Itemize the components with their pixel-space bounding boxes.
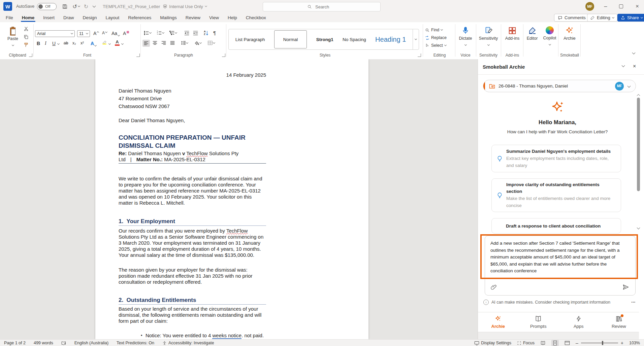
align-right-button[interactable] — [161, 41, 166, 45]
tab-home[interactable]: Home — [18, 13, 39, 22]
editing-mode-button[interactable]: Editing — [587, 14, 617, 22]
suggestion-card-summarize[interactable]: Summarize Daniel Nguyen's employment det… — [491, 145, 621, 172]
superscript-button[interactable]: x² — [80, 41, 84, 45]
paste-button[interactable]: Paste — [5, 26, 20, 47]
highlight-button[interactable] — [102, 40, 107, 44]
grow-font-button[interactable]: A — [93, 31, 99, 36]
bold-button[interactable]: B — [37, 41, 40, 46]
editor-button[interactable]: Editor — [524, 26, 540, 41]
style-normal-selected[interactable]: Normal — [274, 30, 307, 48]
comments-button[interactable]: Comments — [554, 14, 589, 22]
accessibility-status[interactable]: Accessibility: Investigate — [162, 341, 214, 345]
sensitivity-chevron-icon[interactable] — [205, 5, 207, 7]
matter-selector[interactable]: M 26-0848 - Thomas Nguyen, Daniel MF — [483, 80, 636, 92]
read-mode-button[interactable] — [540, 341, 546, 345]
nav-apps[interactable]: Apps — [558, 312, 599, 332]
minimize-button[interactable]: – — [599, 0, 612, 13]
tab-draw[interactable]: Draw — [59, 13, 78, 22]
document-area[interactable]: 14 February 2025 Daniel Thomas Nguyen47 … — [0, 59, 477, 339]
nav-prompts[interactable]: Prompts — [518, 312, 559, 332]
tab-view[interactable]: View — [205, 13, 223, 22]
collapse-ribbon-chevron-icon[interactable] — [632, 51, 636, 55]
italic-button[interactable]: I — [45, 41, 46, 46]
tab-checkbox[interactable]: Checkbox — [242, 13, 270, 22]
clipboard-dialog-launcher[interactable] — [29, 54, 32, 57]
scroll-down-icon[interactable] — [637, 226, 640, 230]
tab-design[interactable]: Design — [78, 13, 101, 22]
shading-button[interactable] — [194, 41, 201, 45]
user-avatar[interactable]: MF — [585, 2, 594, 11]
change-case-button[interactable]: Aa — [111, 31, 120, 36]
style-list-paragraph[interactable]: List Paragraph — [235, 37, 265, 42]
save-icon[interactable] — [62, 4, 68, 9]
prompt-input-box[interactable]: Add a new section after Section 7 called… — [485, 236, 636, 296]
nav-review[interactable]: Review — [599, 312, 639, 332]
borders-button[interactable] — [208, 41, 215, 45]
tab-insert[interactable]: Insert — [39, 13, 59, 22]
prompt-text[interactable]: Add a new section after Section 7 called… — [485, 236, 635, 279]
select-button[interactable]: Select — [425, 43, 446, 48]
dictate-button[interactable]: Dictate — [455, 26, 476, 47]
align-left-button[interactable] — [142, 40, 150, 47]
shrink-font-button[interactable]: A — [102, 31, 107, 35]
autosave-toggle[interactable]: Off — [37, 3, 57, 10]
page-indicator[interactable]: Page 1 of 2 — [4, 341, 26, 345]
tab-references[interactable]: References — [124, 13, 156, 22]
document-page[interactable]: 14 February 2025 Daniel Thomas Nguyen47 … — [95, 59, 368, 339]
line-spacing-button[interactable] — [181, 41, 188, 45]
align-center-button[interactable] — [153, 41, 157, 45]
underline-button[interactable]: U — [52, 41, 56, 46]
archie-ribbon-button[interactable]: Archie — [558, 26, 581, 41]
style-no-spacing[interactable]: No Spacing — [343, 37, 366, 42]
sensitivity-button[interactable]: Sensitivity — [476, 26, 501, 47]
numbered-list-button[interactable] — [157, 31, 164, 35]
tab-help[interactable]: Help — [223, 13, 242, 22]
zoom-slider[interactable] — [581, 343, 618, 343]
text-effects-button[interactable]: A — [91, 41, 96, 46]
paragraph-dialog-launcher[interactable] — [222, 54, 225, 57]
quick-access-chevron-icon[interactable] — [93, 4, 96, 8]
search-box[interactable] — [263, 2, 381, 11]
sensitivity-label[interactable]: Internal Use Only — [169, 4, 203, 9]
word-count[interactable]: 499 words — [34, 341, 53, 345]
show-paragraph-marks-button[interactable]: ¶ — [213, 30, 216, 36]
panel-collapse-chevron-icon[interactable] — [622, 64, 625, 67]
tab-mailings[interactable]: Mailings — [156, 13, 181, 22]
increase-indent-button[interactable] — [193, 31, 198, 35]
cut-icon[interactable] — [24, 26, 29, 31]
underline-chevron-icon[interactable] — [57, 42, 60, 45]
find-button[interactable]: Find — [425, 28, 443, 32]
tab-file[interactable]: File — [1, 13, 18, 22]
sort-button[interactable]: AZ — [204, 30, 208, 36]
strikethrough-button[interactable]: ab — [64, 41, 68, 45]
bullet-list-button[interactable] — [144, 31, 151, 35]
zoom-slider-thumb[interactable] — [602, 341, 603, 345]
more-options-icon[interactable]: ••• — [632, 301, 636, 304]
maximize-button[interactable] — [614, 0, 628, 13]
font-size-select[interactable]: 11 — [77, 30, 90, 37]
search-input[interactable] — [315, 4, 336, 10]
font-name-select[interactable]: Arial — [35, 30, 75, 37]
styles-dialog-launcher[interactable] — [418, 54, 421, 57]
suggestion-card-draft[interactable]: Draft a response to client about concili… — [491, 218, 621, 234]
subscript-button[interactable]: x₂ — [72, 41, 76, 45]
language-indicator[interactable]: English (Australia) — [74, 341, 108, 345]
replace-button[interactable]: Replace — [425, 35, 447, 40]
zoom-in-button[interactable]: + — [621, 340, 623, 346]
panel-close-icon[interactable]: × — [633, 63, 636, 69]
justify-button[interactable] — [170, 41, 175, 45]
scrollbar-thumb[interactable] — [637, 98, 640, 191]
text-predictions[interactable]: Text Predictions: On — [117, 341, 154, 345]
copy-icon[interactable] — [24, 34, 29, 39]
style-heading-1[interactable]: Heading 1 — [375, 36, 406, 43]
panel-scrollbar[interactable] — [636, 92, 641, 234]
tab-layout[interactable]: Layout — [101, 13, 124, 22]
web-layout-button[interactable] — [565, 341, 570, 345]
share-button[interactable]: Share — [617, 14, 644, 22]
clear-formatting-button[interactable]: A — [123, 31, 129, 36]
styles-gallery-scroll[interactable] — [413, 29, 419, 49]
display-settings[interactable]: Display Settings — [474, 341, 511, 345]
multilevel-list-button[interactable] — [169, 31, 177, 35]
nav-archie[interactable]: Archie — [478, 312, 518, 332]
proofing-icon[interactable] — [61, 341, 66, 345]
